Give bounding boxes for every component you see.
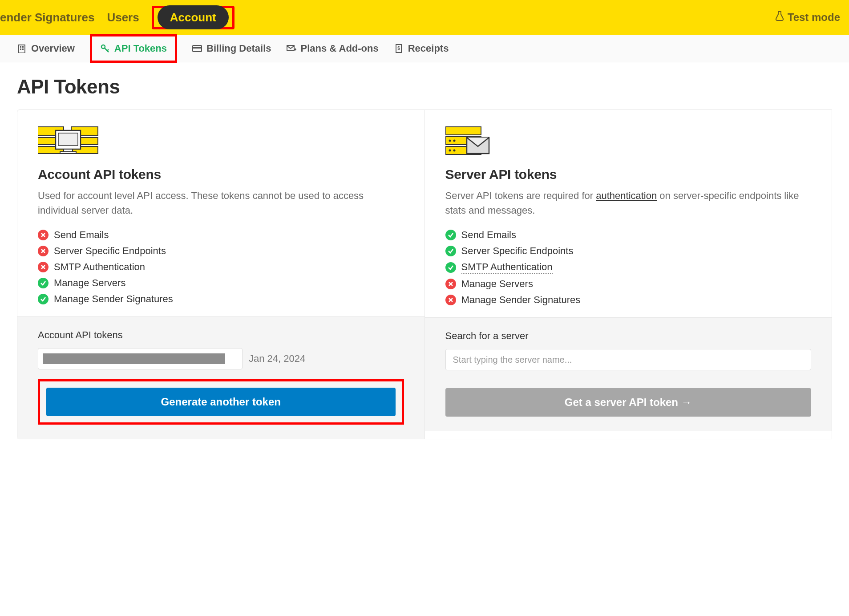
svg-point-27 bbox=[453, 150, 455, 152]
check-icon bbox=[445, 262, 456, 273]
svg-rect-4 bbox=[22, 49, 24, 50]
get-server-token-button[interactable]: Get a server API token → bbox=[445, 388, 812, 417]
check-icon bbox=[445, 246, 456, 256]
server-feature-list: Send Emails Server Specific Endpoints SM… bbox=[445, 229, 812, 306]
card-icon bbox=[192, 44, 202, 53]
cards-container: Account API tokens Used for account leve… bbox=[17, 109, 832, 439]
content: API Tokens bbox=[0, 62, 849, 439]
subnav-plans-label: Plans & Add-ons bbox=[301, 43, 379, 54]
account-card-title: Account API tokens bbox=[38, 167, 404, 182]
feature-label: Manage Servers bbox=[461, 278, 533, 290]
top-nav: ender Signatures Users Account bbox=[0, 6, 234, 29]
feature-label-smtp[interactable]: SMTP Authentication bbox=[461, 261, 553, 274]
svg-rect-2 bbox=[22, 46, 24, 48]
account-card-bottom: Account API tokens Jan 24, 2024 Generate… bbox=[17, 316, 424, 439]
check-icon bbox=[38, 278, 49, 288]
highlight-generate: Generate another token bbox=[38, 379, 404, 425]
svg-point-25 bbox=[453, 140, 455, 142]
server-card-top: Server API tokens Server API tokens are … bbox=[425, 110, 832, 317]
check-icon bbox=[445, 230, 456, 240]
feature-label: Server Specific Endpoints bbox=[461, 245, 574, 257]
feature-item: Server Specific Endpoints bbox=[38, 245, 404, 257]
feature-item: Send Emails bbox=[38, 229, 404, 241]
page-title: API Tokens bbox=[17, 76, 832, 98]
test-mode-label: Test mode bbox=[788, 11, 840, 24]
subnav-api-tokens[interactable]: API Tokens bbox=[100, 43, 167, 54]
svg-rect-7 bbox=[193, 47, 202, 49]
server-desc-prefix: Server API tokens are required for bbox=[445, 190, 596, 201]
svg-rect-18 bbox=[58, 133, 78, 146]
feature-label: Server Specific Endpoints bbox=[54, 245, 166, 257]
feature-item: Manage Sender Signatures bbox=[38, 293, 404, 305]
feature-item: SMTP Authentication bbox=[445, 261, 812, 274]
subnav-billing[interactable]: Billing Details bbox=[192, 43, 271, 54]
feature-item: Manage Servers bbox=[445, 278, 812, 290]
svg-rect-3 bbox=[20, 49, 21, 50]
authentication-link[interactable]: authentication bbox=[596, 190, 657, 201]
feature-item: Server Specific Endpoints bbox=[445, 245, 812, 257]
subnav-receipts-label: Receipts bbox=[408, 43, 449, 54]
server-card-title: Server API tokens bbox=[445, 167, 812, 182]
server-card: Server API tokens Server API tokens are … bbox=[425, 110, 832, 439]
subnav-plans[interactable]: Plans & Add-ons bbox=[287, 43, 379, 54]
feature-label: Manage Servers bbox=[54, 277, 125, 289]
x-icon bbox=[38, 230, 49, 240]
svg-rect-0 bbox=[19, 45, 25, 53]
account-card-top: Account API tokens Used for account leve… bbox=[17, 110, 424, 316]
subnav-billing-label: Billing Details bbox=[206, 43, 271, 54]
receipt-icon: $ bbox=[394, 44, 404, 53]
token-masked-value bbox=[43, 353, 225, 364]
account-illustration bbox=[38, 124, 404, 155]
svg-rect-20 bbox=[60, 152, 76, 154]
svg-text:$: $ bbox=[397, 46, 400, 51]
svg-rect-21 bbox=[445, 127, 481, 135]
account-card: Account API tokens Used for account leve… bbox=[17, 110, 425, 439]
feature-label: Manage Sender Signatures bbox=[461, 294, 581, 306]
x-icon bbox=[38, 246, 49, 256]
search-server-label: Search for a server bbox=[445, 330, 812, 342]
subnav-api-tokens-label: API Tokens bbox=[114, 43, 167, 54]
sub-nav: Overview API Tokens Billing Details Plan… bbox=[0, 35, 849, 62]
test-mode-toggle[interactable]: Test mode bbox=[775, 11, 840, 24]
highlight-account: Account bbox=[152, 6, 234, 29]
feature-label: Send Emails bbox=[461, 229, 517, 241]
highlight-api-tokens: API Tokens bbox=[90, 34, 177, 63]
nav-sender-signatures[interactable]: ender Signatures bbox=[0, 11, 94, 24]
svg-point-26 bbox=[449, 150, 451, 152]
flask-icon bbox=[775, 11, 784, 24]
check-icon bbox=[38, 294, 49, 304]
key-icon bbox=[100, 44, 110, 53]
nav-users[interactable]: Users bbox=[107, 11, 139, 24]
feature-label: Send Emails bbox=[54, 229, 109, 241]
token-date: Jan 24, 2024 bbox=[249, 353, 305, 365]
account-card-description: Used for account level API access. These… bbox=[38, 188, 404, 218]
nav-account[interactable]: Account bbox=[158, 5, 229, 29]
server-card-bottom: Search for a server Get a server API tok… bbox=[425, 317, 832, 431]
generate-token-button[interactable]: Generate another token bbox=[46, 388, 396, 416]
feature-item: Manage Sender Signatures bbox=[445, 294, 812, 306]
building-icon bbox=[17, 44, 27, 53]
subnav-overview-label: Overview bbox=[31, 43, 75, 54]
server-illustration bbox=[445, 124, 812, 155]
account-tokens-label: Account API tokens bbox=[38, 329, 404, 341]
svg-rect-1 bbox=[20, 46, 21, 48]
feature-item: Send Emails bbox=[445, 229, 812, 241]
x-icon bbox=[38, 262, 49, 272]
feature-label: Manage Sender Signatures bbox=[54, 293, 173, 305]
feature-item: Manage Servers bbox=[38, 277, 404, 289]
top-bar: ender Signatures Users Account Test mode bbox=[0, 0, 849, 35]
feature-label: SMTP Authentication bbox=[54, 261, 145, 273]
x-icon bbox=[445, 295, 456, 305]
account-feature-list: Send Emails Server Specific Endpoints SM… bbox=[38, 229, 404, 305]
envelope-arrow-icon bbox=[287, 44, 296, 53]
token-field[interactable] bbox=[38, 348, 243, 369]
subnav-receipts[interactable]: $ Receipts bbox=[394, 43, 449, 54]
x-icon bbox=[445, 279, 456, 289]
subnav-overview[interactable]: Overview bbox=[17, 43, 75, 54]
token-row: Jan 24, 2024 bbox=[38, 348, 404, 369]
svg-point-5 bbox=[101, 45, 105, 49]
svg-point-24 bbox=[449, 140, 451, 142]
server-search-input[interactable] bbox=[445, 349, 812, 370]
feature-item: SMTP Authentication bbox=[38, 261, 404, 273]
server-card-description: Server API tokens are required for authe… bbox=[445, 188, 812, 218]
